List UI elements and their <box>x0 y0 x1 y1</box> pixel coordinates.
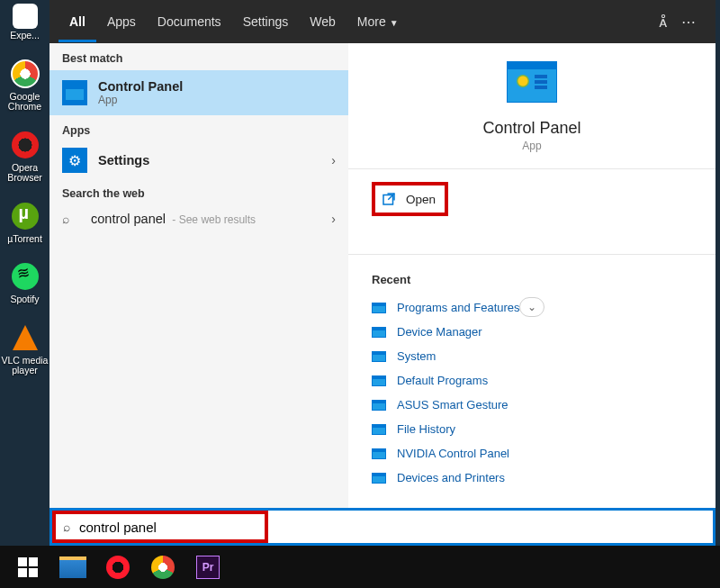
recent-item[interactable]: File History <box>372 417 692 441</box>
desktop-icon-opera[interactable]: Opera Browser <box>2 129 49 184</box>
search-bar[interactable]: ⌕ <box>50 508 716 546</box>
control-panel-icon <box>507 61 557 103</box>
desktop-icon-vlc[interactable]: VLC media player <box>2 321 49 376</box>
desktop-icon-label: Spotify <box>10 294 39 305</box>
search-results-list: Best match Control Panel App Apps ⚙ Sett… <box>50 43 348 545</box>
tab-more[interactable]: More▼ <box>346 2 410 42</box>
spotify-icon <box>12 263 39 290</box>
cpl-icon <box>372 303 386 313</box>
chrome-icon <box>151 556 175 579</box>
recent-item[interactable]: System <box>372 344 692 368</box>
recent-item[interactable]: ASUS Smart Gesture <box>372 393 692 417</box>
tab-all[interactable]: All <box>58 2 96 42</box>
web-hint: - See web results <box>169 213 256 226</box>
recent-label: Recent <box>372 273 692 286</box>
taskbar-file-explorer[interactable] <box>52 549 94 585</box>
preview-actions: Open <box>348 169 716 229</box>
result-title: Control Panel <box>98 79 183 94</box>
vlc-icon <box>13 325 38 350</box>
search-input[interactable] <box>79 520 265 535</box>
expand-toggle[interactable]: ⌄ <box>519 297 544 317</box>
cpl-icon <box>372 473 386 484</box>
recent-item[interactable]: NVIDIA Control Panel <box>372 441 692 466</box>
file-explorer-icon <box>59 556 86 578</box>
search-top-actions: ᴀ̊ ⋯ <box>659 14 716 31</box>
premiere-icon: Pr <box>196 556 220 579</box>
desktop-icon-label: VLC media player <box>2 356 49 376</box>
start-button[interactable] <box>7 549 49 585</box>
taskbar-chrome[interactable] <box>142 549 184 585</box>
recent-item-label: Device Manager <box>397 325 482 339</box>
cpl-icon <box>372 400 386 411</box>
cpl-icon <box>372 375 386 386</box>
desktop-icon-label: Google Chrome <box>2 92 49 113</box>
desktop: Expe... Google Chrome Opera Browser µTor… <box>0 0 720 588</box>
taskbar-premiere[interactable]: Pr <box>187 549 229 585</box>
control-panel-icon <box>62 80 87 105</box>
preview-subtitle: App <box>522 140 541 152</box>
search-panel: All Apps Documents Settings Web More▼ ᴀ̊… <box>50 0 716 545</box>
windows-icon <box>18 557 38 577</box>
section-web: Search the web <box>50 178 348 205</box>
result-web-search[interactable]: ⌕ control panel - See web results › <box>50 205 348 232</box>
search-tabs: All Apps Documents Settings Web More▼ ᴀ̊… <box>50 0 716 43</box>
tab-apps[interactable]: Apps <box>96 2 147 42</box>
result-title: Settings <box>98 153 149 167</box>
opera-icon <box>106 556 130 579</box>
result-text: Control Panel App <box>98 79 183 106</box>
chrome-icon <box>11 59 40 88</box>
section-apps: Apps <box>50 115 348 142</box>
recent-item-label: Programs and Features <box>397 301 520 314</box>
recent-item-label: File History <box>397 422 455 436</box>
recent-item-label: System <box>397 349 436 363</box>
chevron-down-icon: ▼ <box>390 18 399 28</box>
desktop-icon-chrome[interactable]: Google Chrome <box>2 58 49 113</box>
opera-icon <box>12 131 39 158</box>
search-input-wrap: ⌕ <box>52 511 268 543</box>
result-best-match[interactable]: Control Panel App <box>50 70 348 115</box>
open-label: Open <box>406 193 436 206</box>
cpl-icon <box>372 448 386 459</box>
tab-web[interactable]: Web <box>299 2 346 42</box>
feedback-icon[interactable]: ᴀ̊ <box>659 14 667 31</box>
preview-title: Control Panel <box>482 119 580 138</box>
cpl-icon <box>372 424 386 435</box>
more-options-icon[interactable]: ⋯ <box>681 14 696 31</box>
search-icon: ⌕ <box>62 212 80 226</box>
recent-item-label: Devices and Printers <box>397 471 505 484</box>
tab-documents[interactable]: Documents <box>147 2 232 42</box>
settings-icon: ⚙ <box>62 148 87 173</box>
chevron-right-icon: › <box>331 212 336 226</box>
desktop-icon-label: µTorrent <box>7 234 42 245</box>
tab-settings[interactable]: Settings <box>232 2 300 42</box>
search-icon: ⌕ <box>63 520 70 534</box>
recent-item-label: ASUS Smart Gesture <box>397 398 508 412</box>
desktop-icons: Expe... Google Chrome Opera Browser µTor… <box>0 0 50 376</box>
desktop-icon-label: Opera Browser <box>2 163 49 184</box>
result-settings[interactable]: ⚙ Settings › <box>50 142 348 178</box>
desktop-icon-utorrent[interactable]: µTorrent <box>2 200 49 245</box>
open-icon <box>381 191 397 207</box>
cpl-icon <box>372 327 386 338</box>
taskbar: Pr <box>0 546 720 588</box>
cpl-icon <box>372 351 386 362</box>
recent-item[interactable]: Device Manager <box>372 320 692 344</box>
open-button[interactable]: Open <box>372 182 448 216</box>
result-subtitle: App <box>98 94 183 106</box>
chevron-right-icon: › <box>331 153 336 167</box>
search-body: Best match Control Panel App Apps ⚙ Sett… <box>50 43 716 545</box>
utorrent-icon <box>12 203 39 230</box>
desktop-icon-label: Expe... <box>10 31 40 41</box>
search-preview-pane: Control Panel App Open ⌄ Recent Programs… <box>348 43 716 545</box>
tab-more-label: More <box>357 14 386 29</box>
desktop-icon-spotify[interactable]: Spotify <box>2 260 49 305</box>
preview-header: Control Panel App <box>348 61 716 168</box>
recent-item-label: Default Programs <box>397 374 488 387</box>
recent-item-label: NVIDIA Control Panel <box>397 447 509 460</box>
recent-item[interactable]: Devices and Printers <box>372 466 692 490</box>
desktop-icon-shortcut[interactable]: Expe... <box>2 4 49 41</box>
recent-item[interactable]: Default Programs <box>372 368 692 393</box>
web-query: control panel <box>91 212 166 226</box>
section-best-match: Best match <box>50 43 348 70</box>
taskbar-opera[interactable] <box>97 549 139 585</box>
